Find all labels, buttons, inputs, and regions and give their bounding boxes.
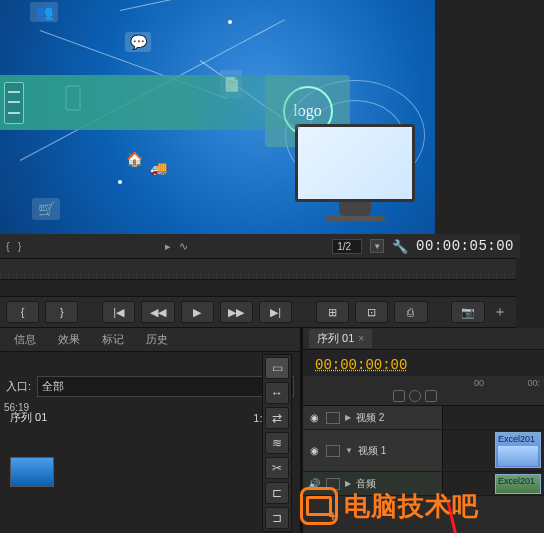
cart-icon: 🛒	[32, 198, 60, 220]
watermark-icon	[300, 487, 338, 525]
truck-icon: 🚚	[150, 160, 167, 176]
razor-tool[interactable]: ✂	[265, 457, 289, 479]
contacts-icon: 👥	[30, 2, 58, 22]
tools-panel: ▭ ↔ ⇄ ≋ ✂ ⊏ ⊐	[262, 354, 292, 532]
monitor-screen	[295, 124, 415, 202]
network-node	[228, 20, 232, 24]
monitor-graphic	[295, 124, 415, 224]
ripple-tool[interactable]: ↔	[265, 382, 289, 404]
rate-tool[interactable]: ≋	[265, 432, 289, 454]
selection-tool[interactable]: ▭	[265, 357, 289, 379]
program-monitor: 👥 💬 🏠 🚚 🛒 📄 logo	[0, 0, 435, 234]
overlay-handle-icon[interactable]	[4, 82, 24, 124]
house-icon: 🏠	[122, 148, 146, 170]
roll-tool[interactable]: ⇄	[265, 407, 289, 429]
watermark-text: 电脑技术吧	[344, 489, 479, 524]
title-overlay[interactable]	[0, 75, 300, 130]
monitor-base	[325, 216, 385, 221]
chat-icon: 💬	[125, 32, 151, 52]
watermark: 电脑技术吧	[300, 487, 479, 525]
network-node	[118, 180, 122, 184]
slip-tool[interactable]: ⊏	[265, 482, 289, 504]
monitor-stand	[339, 202, 371, 216]
slide-tool[interactable]: ⊐	[265, 507, 289, 529]
